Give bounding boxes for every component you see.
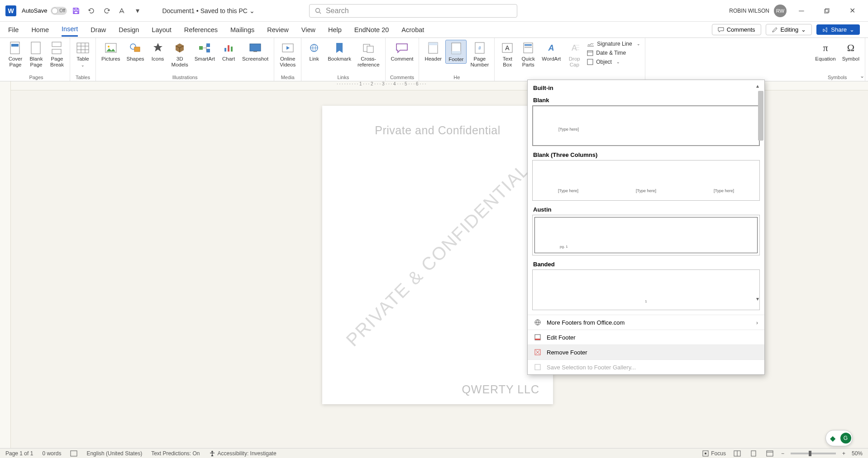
tab-insert[interactable]: Insert [62, 23, 78, 37]
search-input[interactable]: Search [309, 4, 517, 18]
more-footers-menu[interactable]: More Footers from Office.com › [528, 315, 764, 330]
editing-button[interactable]: Editing ⌄ [766, 24, 812, 35]
object-button[interactable]: Object⌄ [585, 58, 642, 66]
toggle-knob-icon [52, 8, 58, 14]
document-page[interactable]: Private and Confidential PRIVATE & CONFI… [322, 106, 553, 404]
footer-gallery[interactable]: Built-in Blank [Type here] Blank (Three … [528, 80, 764, 315]
vertical-ruler[interactable] [0, 81, 11, 451]
chart-button[interactable]: Chart [219, 40, 238, 63]
autosave-control[interactable]: AutoSave Off [22, 7, 67, 15]
signature-line-button[interactable]: Signature Line⌄ [585, 40, 642, 48]
quick-parts-button[interactable]: Quick Parts [518, 40, 538, 69]
shapes-button[interactable]: Shapes [124, 40, 147, 63]
header-button[interactable]: Header [422, 40, 444, 63]
tab-references[interactable]: References [184, 24, 218, 36]
scroll-up-icon[interactable]: ▴ [756, 83, 763, 89]
tab-file[interactable]: File [8, 24, 19, 36]
tab-home[interactable]: Home [31, 24, 49, 36]
undo-icon[interactable] [85, 5, 98, 17]
smartart-button[interactable]: SmartArt [192, 40, 218, 63]
close-icon[interactable]: ✕ [842, 4, 863, 18]
equation-button[interactable]: πEquation [812, 40, 838, 63]
page-break-button[interactable]: Page Break [47, 40, 67, 69]
autosave-toggle[interactable]: Off [51, 7, 67, 15]
blank-page-button[interactable]: Blank Page [26, 40, 46, 69]
qat-customize-icon[interactable]: ▾ [131, 5, 144, 17]
tab-draw[interactable]: Draw [91, 24, 106, 36]
comment-button[interactable]: Comment [388, 40, 416, 63]
tab-design[interactable]: Design [119, 24, 139, 36]
text-box-button[interactable]: AText Box [497, 40, 517, 69]
gallery-item-blank[interactable]: [Type here] [532, 105, 760, 146]
zoom-slider[interactable] [791, 453, 836, 454]
status-words[interactable]: 0 words [42, 450, 61, 457]
tab-mailings[interactable]: Mailings [230, 24, 254, 36]
ribbon-collapse-icon[interactable]: ⌄ [860, 73, 864, 79]
assist-badge[interactable]: ◆ G [825, 430, 853, 446]
svg-rect-3 [10, 42, 19, 54]
bookmark-button[interactable]: Bookmark [325, 40, 354, 63]
user-name[interactable]: ROBIN WILSON [729, 8, 769, 14]
drop-cap-button[interactable]: ADrop Cap [564, 40, 584, 69]
gallery-item-banded[interactable]: 1 [532, 269, 760, 310]
redo-icon[interactable] [100, 5, 113, 17]
view-web-icon[interactable] [765, 449, 775, 458]
cover-page-button[interactable]: Cover Page [5, 40, 25, 69]
view-print-icon[interactable] [749, 449, 758, 458]
online-videos-button[interactable]: Online Videos [277, 40, 298, 69]
save-icon[interactable] [70, 5, 82, 17]
scroll-down-icon[interactable]: ▾ [756, 296, 763, 302]
3d-models-button[interactable]: 3D Models [169, 40, 191, 69]
zoom-out-icon[interactable]: − [781, 450, 784, 457]
gallery-item-label-austin: Austin [532, 203, 760, 215]
tab-view[interactable]: View [301, 24, 315, 36]
screenshot-button[interactable]: Screenshot [239, 40, 271, 63]
view-read-icon[interactable] [732, 449, 742, 458]
zoom-knob[interactable] [809, 451, 811, 456]
symbol-button[interactable]: ΩSymbol [839, 40, 862, 63]
status-predictions[interactable]: Text Predictions: On [151, 450, 200, 457]
share-button[interactable]: Share ⌄ [816, 24, 860, 35]
group-label-comments: Comments [390, 74, 414, 81]
pictures-button[interactable]: Pictures [99, 40, 123, 63]
coach-icon[interactable]: ◆ [827, 433, 838, 444]
restore-icon[interactable] [816, 4, 837, 18]
scroll-thumb[interactable] [758, 91, 763, 141]
tab-review[interactable]: Review [267, 24, 289, 36]
svg-rect-13 [199, 46, 203, 50]
document-title[interactable]: Document1 • Saved to this PC ⌄ [162, 7, 255, 14]
svg-rect-2 [825, 9, 829, 12]
edit-footer-icon [534, 334, 541, 341]
gallery-item-blank3[interactable]: [Type here] [Type here] [Type here] [532, 160, 760, 201]
tab-layout[interactable]: Layout [152, 24, 172, 36]
chevron-down-icon: ⌄ [849, 26, 854, 33]
minimize-icon[interactable]: ─ [791, 4, 812, 18]
status-focus[interactable]: Focus [702, 450, 726, 457]
icons-button[interactable]: Icons [148, 40, 168, 63]
cross-reference-button[interactable]: Cross- reference [355, 40, 382, 69]
tab-endnote[interactable]: EndNote 20 [354, 24, 389, 36]
tab-acrobat[interactable]: Acrobat [401, 24, 424, 36]
comments-button[interactable]: Comments [712, 24, 761, 35]
table-button[interactable]: Table⌄ [73, 40, 93, 69]
status-language[interactable]: English (United States) [86, 450, 142, 457]
status-spellcheck-icon[interactable] [70, 450, 77, 457]
page-number-button[interactable]: #Page Number [467, 40, 491, 69]
tab-help[interactable]: Help [328, 24, 342, 36]
status-accessibility[interactable]: Accessibility: Investigate [209, 450, 277, 457]
link-button[interactable]: Link [304, 40, 324, 63]
footer-button[interactable]: Footer [445, 40, 467, 64]
wordart-button[interactable]: AWordArt [539, 40, 563, 63]
zoom-level[interactable]: 50% [852, 450, 863, 457]
date-time-button[interactable]: Date & Time [585, 49, 642, 57]
user-avatar[interactable]: RW [774, 5, 787, 17]
edit-footer-menu[interactable]: Edit Footer [528, 330, 764, 345]
group-label-headerfooter: He [453, 74, 460, 81]
quick-styles-icon[interactable] [116, 5, 129, 17]
remove-footer-menu[interactable]: Remove Footer [528, 345, 764, 359]
zoom-in-icon[interactable]: + [842, 450, 845, 457]
gallery-item-austin[interactable]: pg. 1 [532, 215, 760, 255]
status-page[interactable]: Page 1 of 1 [5, 450, 33, 457]
svg-rect-1 [825, 9, 828, 13]
grammarly-icon[interactable]: G [840, 433, 851, 444]
